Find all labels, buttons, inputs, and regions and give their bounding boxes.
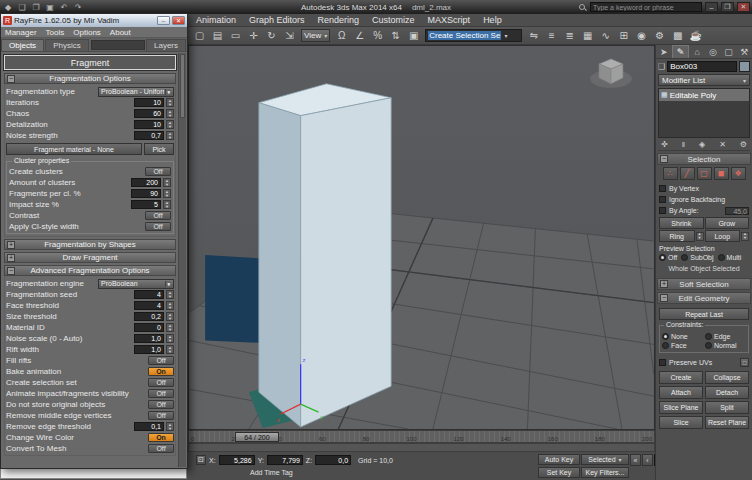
object-name-field[interactable]: Box003 (667, 61, 737, 72)
param-value[interactable]: 5 (131, 200, 161, 209)
maximize-icon[interactable]: ❐ (721, 2, 734, 12)
param-value[interactable]: 90 (131, 189, 161, 198)
time-slider-ruler[interactable]: 020406080100120140160180200 64 / 200 (188, 430, 655, 443)
slice-plane-button[interactable]: Slice Plane (659, 401, 703, 414)
reference-coordinate-dropdown[interactable]: View ▾ (301, 29, 330, 42)
rollout-fragmentation-options[interactable]: − Fragmentation Options (4, 73, 176, 84)
spinner-icon[interactable] (166, 312, 174, 321)
set-key-button[interactable]: Set Key (538, 467, 580, 478)
preview-radio[interactable]: SubObj (681, 254, 713, 261)
preserve-uvs-checkbox[interactable]: Preserve UVs □ (659, 357, 749, 368)
constraint-radio[interactable]: Edge (705, 333, 746, 340)
layer-manager-icon[interactable]: ≣ (561, 28, 578, 43)
rayfire-menu-item[interactable]: Tools (46, 28, 65, 37)
select-object-icon[interactable]: ▢ (191, 28, 208, 43)
fragment-material-button[interactable]: Fragment material - None (6, 143, 142, 155)
border-icon[interactable]: ▢ (697, 167, 712, 180)
param-value[interactable]: Off (145, 222, 171, 231)
collapse-button[interactable]: Collapse (705, 371, 749, 384)
param-value[interactable]: 1,0 (134, 334, 164, 343)
show-end-result-icon[interactable]: ‖ (682, 140, 685, 149)
spinner-icon[interactable] (166, 345, 174, 354)
loop-button[interactable]: Loop (705, 230, 741, 242)
z-coordinate-field[interactable]: 0,0 (315, 455, 351, 465)
x-coordinate-field[interactable]: 5,286 (219, 455, 255, 465)
menu-item[interactable]: MAXScript (428, 15, 471, 25)
rollout-fragmentation-by-shapes[interactable]: + Fragmentation by Shapes (4, 239, 176, 250)
region-select-icon[interactable]: ▭ (227, 28, 244, 43)
spinner-icon[interactable] (166, 109, 174, 118)
menu-item[interactable]: Rendering (318, 15, 360, 25)
box-object[interactable] (259, 84, 391, 427)
param-value[interactable]: Off (148, 444, 174, 453)
undo-icon[interactable]: ↶ (58, 3, 70, 12)
rayfire-menu-item[interactable]: About (110, 28, 131, 37)
spinner-icon[interactable] (166, 323, 174, 332)
create-tab[interactable]: ➤ (656, 45, 672, 58)
track-bar[interactable] (188, 443, 655, 452)
select-by-name-icon[interactable]: ▤ (209, 28, 226, 43)
redo-icon[interactable]: ↷ (72, 3, 84, 12)
auto-key-button[interactable]: Auto Key (538, 454, 580, 465)
menu-item[interactable]: Animation (196, 15, 236, 25)
ring-button[interactable]: Ring (659, 230, 695, 242)
menu-item[interactable]: Help (483, 15, 502, 25)
modify-tab[interactable]: ✎ (672, 45, 690, 58)
split-button[interactable]: Split (705, 401, 749, 414)
configure-modifier-icon[interactable]: ⚙ (740, 140, 747, 149)
viewport-canvas[interactable]: x y z (189, 46, 654, 429)
tab-objects[interactable]: Objects (1, 39, 44, 51)
repeat-last-button[interactable]: Repeat Last (659, 308, 749, 320)
move-icon[interactable]: ✛ (245, 28, 262, 43)
menu-item[interactable]: Customize (372, 15, 415, 25)
scale-icon[interactable]: ⇲ (281, 28, 298, 43)
fragmentation-type-dropdown[interactable]: ProBoolean - Uniform▾ (98, 87, 174, 97)
add-time-tag[interactable]: Add Time Tag (250, 469, 293, 476)
param-value[interactable]: 1,0 (134, 345, 164, 354)
fragment-button[interactable]: Fragment (4, 55, 176, 70)
param-value[interactable]: 200 (131, 178, 161, 187)
rotate-icon[interactable]: ↻ (263, 28, 280, 43)
rollout-selection[interactable]: − Selection (657, 153, 751, 165)
reset-plane-button[interactable]: Reset Plane (705, 416, 749, 429)
close-icon[interactable]: ✕ (737, 2, 750, 12)
schematic-view-icon[interactable]: ⊞ (615, 28, 632, 43)
close-icon[interactable]: ✕ (172, 16, 185, 25)
spinner-icon[interactable] (166, 120, 174, 129)
preview-radio[interactable]: Multi (718, 254, 742, 261)
tab-physics[interactable]: Physics (45, 39, 89, 51)
grow-button[interactable]: Grow (705, 217, 750, 229)
spinner-icon[interactable] (163, 189, 171, 198)
spinner-icon[interactable] (166, 131, 174, 140)
param-value[interactable]: 4 (134, 290, 164, 299)
mirror-icon[interactable]: ⇋ (525, 28, 542, 43)
attach-button[interactable]: Attach (659, 386, 703, 399)
ignore-backfacing-checkbox[interactable]: Ignore Backfacing (659, 194, 749, 205)
rayfire-menu-item[interactable]: Manager (5, 28, 37, 37)
param-value[interactable]: Off (148, 356, 174, 365)
spinner-icon[interactable] (163, 200, 171, 209)
param-value[interactable]: Off (148, 400, 174, 409)
minimize-icon[interactable]: ‒ (157, 16, 170, 25)
pick-material-button[interactable]: Pick (144, 143, 174, 155)
material-editor-icon[interactable]: ◉ (633, 28, 650, 43)
spinner-icon[interactable] (166, 334, 174, 343)
modifier-list-dropdown[interactable]: Modifier List ▾ (658, 74, 750, 86)
param-value[interactable]: Off (148, 378, 174, 387)
make-unique-icon[interactable]: ◈ (699, 140, 705, 149)
curve-editor-icon[interactable]: ∿ (597, 28, 614, 43)
constraint-radio[interactable]: None (662, 333, 703, 340)
previous-frame-icon[interactable]: ‹ (642, 454, 653, 466)
selection-lock-icon[interactable]: ⊡ (196, 455, 206, 465)
spinner-icon[interactable] (696, 232, 704, 241)
rendered-frame-icon[interactable]: ▩ (669, 28, 686, 43)
rayfire-scrollbar[interactable] (178, 53, 186, 467)
settings-icon[interactable]: □ (740, 358, 749, 367)
object-color-swatch[interactable] (739, 61, 750, 72)
search-input[interactable] (590, 2, 702, 12)
param-value[interactable]: 10 (134, 98, 164, 107)
constraint-radio[interactable]: Normal (705, 342, 746, 349)
shrink-button[interactable]: Shrink (659, 217, 704, 229)
spinner-icon[interactable] (166, 301, 174, 310)
param-value[interactable]: 0,2 (134, 312, 164, 321)
